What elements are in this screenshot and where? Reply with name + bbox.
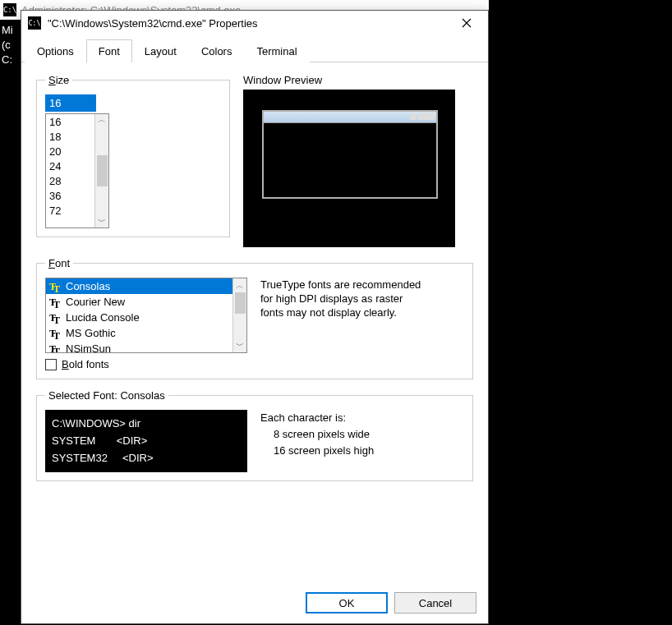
- selected-font-legend: Selected Font: Consolas: [45, 389, 168, 402]
- font-option-ms-gothic[interactable]: MS Gothic: [46, 325, 232, 341]
- preview-label: Window Preview: [243, 74, 455, 86]
- cmd-icon: C:\: [3, 3, 16, 16]
- size-option[interactable]: 16: [47, 115, 94, 130]
- font-option-nsimsun[interactable]: NSimSun: [46, 341, 232, 352]
- dialog-footer: OK Cancel: [21, 582, 488, 623]
- tab-options[interactable]: Options: [25, 39, 86, 62]
- scroll-down-icon[interactable]: ﹀: [236, 338, 244, 352]
- char-info: Each character is: 8 screen pixels wide …: [260, 410, 374, 459]
- size-option[interactable]: 18: [47, 130, 94, 145]
- ok-button[interactable]: OK: [306, 592, 388, 614]
- preview-box: [243, 90, 455, 247]
- size-listbox[interactable]: 16 18 20 24 28 36 72 ︿ ﹀: [45, 113, 109, 228]
- background-terminal-text: Mi (c C:: [0, 21, 15, 69]
- tab-terminal[interactable]: Terminal: [244, 39, 309, 62]
- cmd-icon: C:\: [28, 16, 41, 30]
- tab-strip: Options Font Layout Colors Terminal: [21, 39, 488, 62]
- selected-font-group: Selected Font: Consolas C:\WINDOWS> dir …: [36, 389, 473, 481]
- scroll-thumb[interactable]: [235, 292, 246, 314]
- truetype-icon: [49, 296, 62, 308]
- properties-dialog: C:\ "C:\Windows\System32\cmd.exe" Proper…: [21, 10, 489, 624]
- tab-layout[interactable]: Layout: [132, 39, 189, 62]
- char-height-text: 16 screen pixels high: [260, 443, 374, 459]
- size-option[interactable]: 24: [47, 159, 94, 174]
- tab-content: Size 16 18 20 24 28 36 72 ︿: [21, 62, 488, 582]
- tab-colors[interactable]: Colors: [189, 39, 245, 62]
- dialog-titlebar: C:\ "C:\Windows\System32\cmd.exe" Proper…: [21, 11, 488, 35]
- scroll-up-icon[interactable]: ︿: [236, 278, 244, 292]
- font-option-consolas[interactable]: Consolas: [46, 278, 232, 294]
- preview-window-titlebar: [264, 112, 436, 123]
- size-option[interactable]: 36: [47, 189, 94, 204]
- dialog-title: "C:\Windows\System32\cmd.exe" Properties: [48, 17, 445, 30]
- scroll-thumb[interactable]: [97, 155, 108, 186]
- size-legend: Size: [45, 74, 72, 86]
- scroll-up-icon[interactable]: ︿: [98, 116, 106, 124]
- preview-column: Window Preview: [243, 74, 455, 247]
- size-option[interactable]: 20: [47, 145, 94, 159]
- truetype-icon: [49, 312, 62, 324]
- cancel-button[interactable]: Cancel: [394, 592, 476, 614]
- close-button[interactable]: [452, 12, 481, 34]
- font-group: Font Consolas Courier New Lucida Console…: [36, 257, 473, 379]
- preview-window: [262, 110, 438, 199]
- scroll-down-icon[interactable]: ﹀: [98, 218, 106, 226]
- truetype-icon: [49, 281, 62, 292]
- close-icon: [462, 18, 472, 28]
- font-listbox[interactable]: Consolas Courier New Lucida Console MS G…: [45, 278, 247, 353]
- size-group: Size 16 18 20 24 28 36 72 ︿: [36, 74, 230, 237]
- bold-fonts-checkbox[interactable]: [45, 359, 57, 370]
- font-hint-text: TrueType fonts are recommended for high …: [260, 278, 425, 319]
- font-option-courier-new[interactable]: Courier New: [46, 294, 232, 310]
- font-option-lucida-console[interactable]: Lucida Console: [46, 310, 232, 325]
- font-scrollbar[interactable]: ︿ ﹀: [232, 278, 246, 352]
- bold-fonts-label: Bold fonts: [62, 358, 109, 370]
- size-input[interactable]: [45, 94, 96, 112]
- truetype-icon: [49, 343, 62, 353]
- char-width-text: 8 screen pixels wide: [260, 426, 374, 443]
- size-option[interactable]: 72: [47, 204, 94, 218]
- size-option[interactable]: 28: [47, 174, 94, 189]
- size-scrollbar[interactable]: ︿ ﹀: [94, 114, 108, 227]
- font-legend: Font: [45, 257, 73, 269]
- char-info-label: Each character is:: [260, 410, 374, 426]
- font-sample-box: C:\WINDOWS> dir SYSTEM <DIR> SYSTEM32 <D…: [45, 410, 247, 472]
- tab-font[interactable]: Font: [86, 39, 132, 62]
- truetype-icon: [49, 328, 62, 339]
